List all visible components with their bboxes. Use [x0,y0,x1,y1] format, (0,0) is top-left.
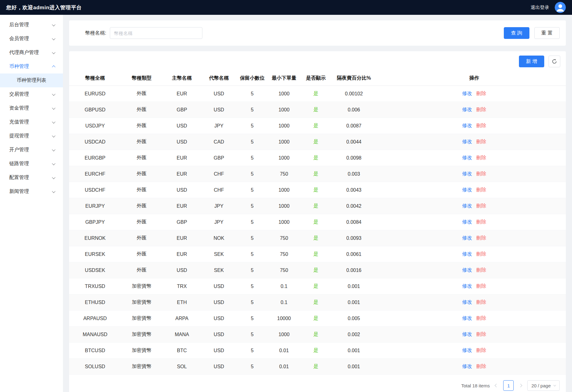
cell-decimals: 5 [236,230,268,246]
cell-spacer [535,262,566,278]
cell-spacer [535,246,566,262]
col-header-min-order: 最小下單量 [268,71,300,86]
delete-link[interactable]: 刪除 [476,219,486,224]
cell-visible: 是 [300,86,332,102]
delete-link[interactable]: 刪除 [476,299,486,305]
cell-currency-type: 外匯 [121,262,162,278]
cell-currency-name: USDCHF [69,182,121,198]
edit-link[interactable]: 修改 [462,123,472,128]
edit-link[interactable]: 修改 [462,299,472,305]
cell-actions: 修改刪除 [413,246,535,262]
cell-currency-type: 加密貨幣 [121,294,162,311]
delete-link[interactable]: 刪除 [476,187,486,192]
search-input[interactable] [110,27,202,39]
edit-link[interactable]: 修改 [462,203,472,208]
table-row: ARPAUSD加密貨幣ARPAUSD510000是0.005修改刪除 [69,311,566,327]
edit-link[interactable]: 修改 [462,283,472,289]
delete-link[interactable]: 刪除 [476,171,486,176]
delete-link[interactable]: 刪除 [476,155,486,160]
search-actions: 查 詢 重 置 [504,27,560,39]
delete-link[interactable]: 刪除 [476,283,486,289]
search-panel: 幣種名稱: 查 詢 重 置 [69,20,566,46]
reset-button[interactable]: 重 置 [534,27,560,39]
sidebar-item[interactable]: 会员管理 [0,32,63,46]
cell-overnight-fee: 0.006 [332,102,376,118]
cell-currency-name: ETHUSD [69,294,121,311]
refresh-button[interactable] [549,56,560,67]
cell-base-currency: ETH [162,294,201,311]
cell-actions: 修改刪除 [413,230,535,246]
next-page-button[interactable] [518,383,523,388]
chevron-down-icon [52,23,55,26]
cell-actions: 修改刪除 [413,198,535,214]
sidebar-item[interactable]: 交易管理 [0,87,63,101]
sidebar-item[interactable]: 配置管理 [0,171,63,185]
sidebar-item[interactable]: 开户管理 [0,143,63,157]
cell-overnight-fee: 0.005 [332,311,376,327]
cell-quote-currency: USD [201,359,236,375]
table-panel: 新 增 幣種全稱幣種類型主幣名稱代幣名 [69,51,566,392]
add-button[interactable]: 新 增 [519,56,544,67]
prev-page-button[interactable] [494,383,499,388]
page-number-button[interactable]: 1 [503,380,514,391]
sidebar-item[interactable]: 提现管理 [0,129,63,143]
edit-link[interactable]: 修改 [462,251,472,256]
logout-button[interactable]: 退出登录 [531,5,549,10]
sidebar-subitem-currency-list[interactable]: 币种管理列表 [0,73,63,87]
delete-link[interactable]: 刪除 [476,107,486,112]
query-button[interactable]: 查 詢 [504,27,529,39]
edit-link[interactable]: 修改 [462,91,472,96]
edit-link[interactable]: 修改 [462,219,472,224]
edit-link[interactable]: 修改 [462,139,472,144]
cell-overnight-fee: 0.001 [332,278,376,294]
cell-min-order: 1000 [268,118,300,134]
cell-min-order: 1000 [268,327,300,343]
edit-link[interactable]: 修改 [462,171,472,176]
cell-base-currency: SOL [162,359,201,375]
delete-link[interactable]: 刪除 [476,123,486,128]
cell-quote-currency: USD [201,86,236,102]
sidebar-item[interactable]: 链路管理 [0,157,63,171]
delete-link[interactable]: 刪除 [476,267,486,273]
table-row: EURNOK外匯EURNOK5750是0.0093修改刪除 [69,230,566,246]
edit-link[interactable]: 修改 [462,187,472,192]
delete-link[interactable]: 刪除 [476,91,486,96]
edit-link[interactable]: 修改 [462,267,472,273]
table-row: USDJPY外匯USDJPY51000是0.0087修改刪除 [69,118,566,134]
sidebar-item[interactable]: 代理商户管理 [0,46,63,60]
edit-link[interactable]: 修改 [462,155,472,160]
sidebar-item[interactable]: 币种管理 [0,60,63,73]
cell-base-currency: EUR [162,86,201,102]
cell-base-currency: USD [162,134,201,150]
delete-link[interactable]: 刪除 [476,203,486,208]
sidebar-item-label: 交易管理 [9,91,29,98]
total-count: Total 18 items [461,383,490,388]
cell-overnight-fee: 0.0087 [332,118,376,134]
sidebar-item[interactable]: 后台管理 [0,18,63,32]
page-size-select[interactable]: 20 / page [527,380,560,391]
user-avatar[interactable] [555,2,566,13]
cell-min-order: 1000 [268,134,300,150]
delete-link[interactable]: 刪除 [476,251,486,256]
delete-link[interactable]: 刪除 [476,364,486,369]
cell-min-order: 750 [268,246,300,262]
sidebar-item[interactable]: 充值管理 [0,115,63,129]
sidebar-item[interactable]: 新闻管理 [0,185,63,198]
cell-visible: 是 [300,198,332,214]
edit-link[interactable]: 修改 [462,348,472,353]
delete-link[interactable]: 刪除 [476,235,486,240]
delete-link[interactable]: 刪除 [476,315,486,321]
col-spacer [535,71,566,86]
delete-link[interactable]: 刪除 [476,348,486,353]
cell-overnight-fee: 0.002 [332,327,376,343]
cell-decimals: 5 [236,294,268,311]
cell-base-currency: MANA [162,327,201,343]
edit-link[interactable]: 修改 [462,364,472,369]
edit-link[interactable]: 修改 [462,332,472,337]
delete-link[interactable]: 刪除 [476,332,486,337]
delete-link[interactable]: 刪除 [476,139,486,144]
edit-link[interactable]: 修改 [462,315,472,321]
edit-link[interactable]: 修改 [462,107,472,112]
sidebar-item[interactable]: 资金管理 [0,101,63,115]
edit-link[interactable]: 修改 [462,235,472,240]
